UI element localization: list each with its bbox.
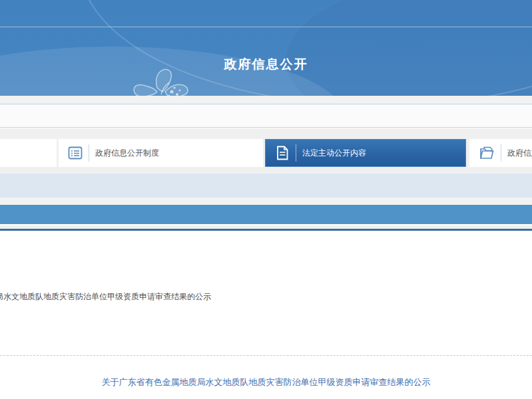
rule-dark-blue [0, 229, 532, 231]
tabs-bar: 政府信息公开制度 法定主动公开内容 [0, 128, 532, 174]
tab-separator [89, 144, 89, 162]
spacer-strip [0, 96, 532, 104]
tab-statutory-disclosure[interactable]: 法定主动公开内容 [265, 139, 466, 167]
page: 政府信息公开 政府信息公开制度 [0, 0, 532, 399]
banner: 政府信息公开 [0, 0, 532, 96]
tab-disclosure-clipped-right[interactable]: 政府信息公 [469, 139, 532, 167]
page-title: 政府信息公开 [0, 56, 532, 73]
tab-label: 政府信息公 [507, 148, 532, 159]
tab-disclosure-system[interactable]: 政府信息公开制度 [59, 139, 263, 167]
breadcrumb-strip [0, 104, 532, 128]
banner-divider-line [0, 27, 532, 27]
section-band-blue [0, 205, 532, 224]
notice-title-link[interactable]: 关于广东省有色金属地质局水文地质队地质灾害防治单位甲级资质申请审查结果的公示 [0, 376, 532, 388]
tab-separator [501, 144, 501, 162]
spacer-strip [0, 198, 532, 205]
tab-clipped-left[interactable] [0, 139, 57, 167]
dashed-divider [0, 355, 532, 356]
list-icon [67, 145, 83, 161]
folder-icon [478, 145, 495, 161]
document-icon [274, 145, 290, 161]
list-item-clipped[interactable]: 局水文地质队地质灾害防治单位甲级资质申请审查结果的公示 [0, 291, 211, 303]
tab-label: 政府信息公开制度 [95, 148, 159, 159]
tab-label: 法定主动公开内容 [302, 148, 366, 159]
tab-separator [296, 144, 296, 162]
section-band-light [0, 174, 532, 198]
